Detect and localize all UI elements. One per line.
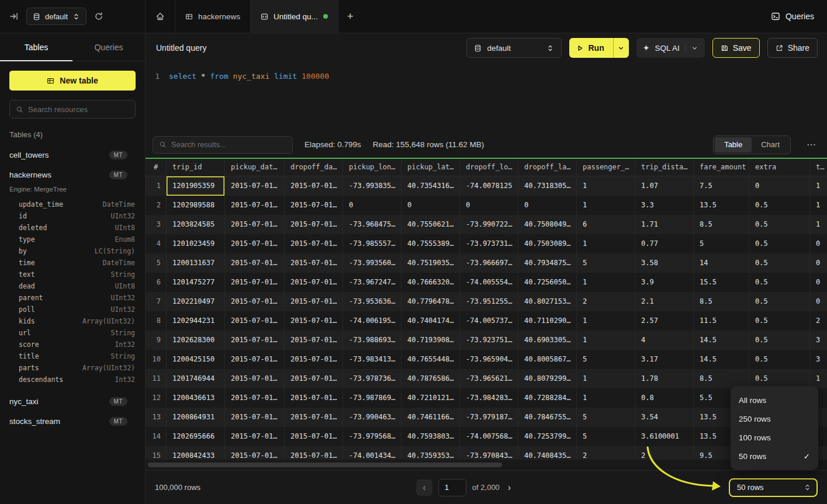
cell[interactable]: 0 [749, 176, 810, 196]
cell[interactable]: 1200842433 [167, 446, 225, 460]
horizontal-scrollbar[interactable] [146, 460, 827, 470]
cell[interactable]: 1 [577, 369, 635, 388]
row-number[interactable]: 9 [146, 331, 167, 350]
cell[interactable]: 0.5 [749, 234, 810, 253]
cell[interactable]: 1202628300 [167, 331, 225, 350]
cell[interactable]: 40.7508049… [518, 215, 577, 234]
cell[interactable]: 2015-07-01… [285, 408, 343, 427]
cell[interactable]: 14.5 [694, 331, 749, 350]
cell[interactable]: 3.58 [635, 253, 694, 273]
page-number-input[interactable] [438, 479, 466, 496]
cell[interactable]: 0.5 [749, 292, 810, 311]
cell[interactable]: 2015-07-01… [225, 331, 285, 350]
cell[interactable]: 7.5 [694, 176, 749, 196]
cell[interactable]: 1200131637 [167, 253, 225, 273]
table-column-url[interactable]: urlString [0, 327, 145, 339]
cell[interactable]: 0 [810, 273, 827, 292]
table-column-score[interactable]: scoreInt32 [0, 339, 145, 350]
cell[interactable]: 11.5 [694, 311, 749, 331]
column-header-dropoff-la[interactable]: dropoff_la… [518, 159, 577, 176]
cell[interactable]: 1200864931 [167, 408, 225, 427]
cell[interactable]: 3 [810, 350, 827, 369]
database-selector[interactable]: default [26, 8, 86, 25]
cell[interactable]: -73.983413… [343, 350, 402, 369]
more-options-icon[interactable]: ⋯ [802, 139, 820, 150]
cell[interactable]: 2015-07-01… [285, 350, 343, 369]
share-button[interactable]: Share [767, 38, 818, 58]
cell[interactable]: 40.8079299… [518, 369, 577, 388]
table-column-text[interactable]: textString [0, 269, 145, 280]
row-number[interactable]: 11 [146, 369, 167, 388]
menu-item-50-rows[interactable]: 50 rows✓ [731, 447, 818, 465]
cell[interactable]: 40.8027153… [518, 292, 577, 311]
cell[interactable]: 2015-07-01… [285, 176, 343, 196]
cell[interactable]: 40.7666320… [402, 273, 460, 292]
cell[interactable]: 2015-07-01… [225, 292, 285, 311]
cell[interactable]: 2015-07-01… [225, 215, 285, 234]
cell[interactable]: 2015-07-01… [225, 311, 285, 331]
column-header-pickup-lon[interactable]: pickup_lon… [343, 159, 402, 176]
cell[interactable]: -73.985557… [343, 234, 402, 253]
cell[interactable]: -74.007568… [460, 427, 518, 446]
row-number[interactable]: 8 [146, 311, 167, 331]
cell[interactable]: 1 [810, 196, 827, 215]
cell[interactable]: 0 [810, 292, 827, 311]
cell[interactable]: 40.7655448… [402, 350, 460, 369]
cell[interactable]: 40.7404174… [402, 311, 460, 331]
cell[interactable]: 40.7934875… [518, 253, 577, 273]
cell[interactable]: 1 [577, 234, 635, 253]
cell[interactable]: -73.965904… [460, 350, 518, 369]
cell[interactable]: 2015-07-01… [285, 196, 343, 215]
new-table-button[interactable]: New table [9, 71, 136, 91]
cell[interactable]: 1201475277 [167, 273, 225, 292]
row-number[interactable]: 13 [146, 408, 167, 427]
cell[interactable]: 5 [577, 253, 635, 273]
row-number[interactable]: 1 [146, 176, 167, 196]
table-column-parent[interactable]: parentUInt32 [0, 292, 145, 304]
cell[interactable]: -73.990463… [343, 408, 402, 427]
cell[interactable]: 40.7288284… [518, 388, 577, 408]
cell[interactable]: 1 [577, 273, 635, 292]
cell[interactable]: 0.8 [635, 388, 694, 408]
cell[interactable]: 3.6100001 [635, 427, 694, 446]
cell[interactable]: 5 [694, 234, 749, 253]
cell[interactable]: 40.6903305… [518, 331, 577, 350]
cell[interactable]: 2015-07-01… [225, 369, 285, 388]
cell[interactable]: 2015-07-01… [225, 253, 285, 273]
cell[interactable]: -74.0078125 [460, 176, 518, 196]
cell[interactable]: 2015-07-01… [225, 446, 285, 460]
collapse-sidebar-icon[interactable] [9, 12, 19, 21]
cell[interactable]: 1201023459 [167, 234, 225, 253]
cell[interactable]: 2.57 [635, 311, 694, 331]
cell[interactable]: -73.993835… [343, 176, 402, 196]
sql-editor[interactable]: 1 select * from nyc_taxi limit 100000 [146, 62, 827, 131]
next-page-button[interactable]: › [506, 482, 513, 493]
column-header-trip-id[interactable]: trip_id [167, 159, 225, 176]
cell[interactable]: 1202695666 [167, 427, 225, 446]
run-button[interactable]: Run [569, 38, 613, 58]
table-column-title[interactable]: titleString [0, 350, 145, 362]
cell[interactable]: 40.7256050… [518, 273, 577, 292]
cell[interactable]: -73.967247… [343, 273, 402, 292]
cell[interactable]: 40.7519035… [402, 253, 460, 273]
tab-untitled-query[interactable]: Untitled qu... [251, 0, 338, 33]
query-database-selector[interactable]: default [466, 38, 562, 58]
page-size-select[interactable]: 50 rows [729, 478, 818, 497]
cell[interactable]: 40.7354316… [402, 176, 460, 196]
cell[interactable]: 40.7210121… [402, 388, 460, 408]
cell[interactable]: -74.005554… [460, 273, 518, 292]
cell[interactable]: 1 [577, 388, 635, 408]
view-toggle-table[interactable]: Table [715, 137, 752, 152]
cell[interactable]: 2015-07-01… [285, 388, 343, 408]
menu-item-100-rows[interactable]: 100 rows [731, 428, 818, 447]
menu-item-all-rows[interactable]: All rows [731, 391, 818, 409]
cell[interactable]: 0.5 [749, 350, 810, 369]
cell[interactable]: 5 [577, 427, 635, 446]
row-number[interactable]: 7 [146, 292, 167, 311]
cell[interactable]: 2015-07-01… [285, 369, 343, 388]
row-number[interactable]: 2 [146, 196, 167, 215]
cell[interactable]: 1203824585 [167, 215, 225, 234]
cell[interactable]: 1.71 [635, 215, 694, 234]
save-button[interactable]: Save [712, 38, 760, 58]
cell[interactable]: 13.5 [694, 196, 749, 215]
